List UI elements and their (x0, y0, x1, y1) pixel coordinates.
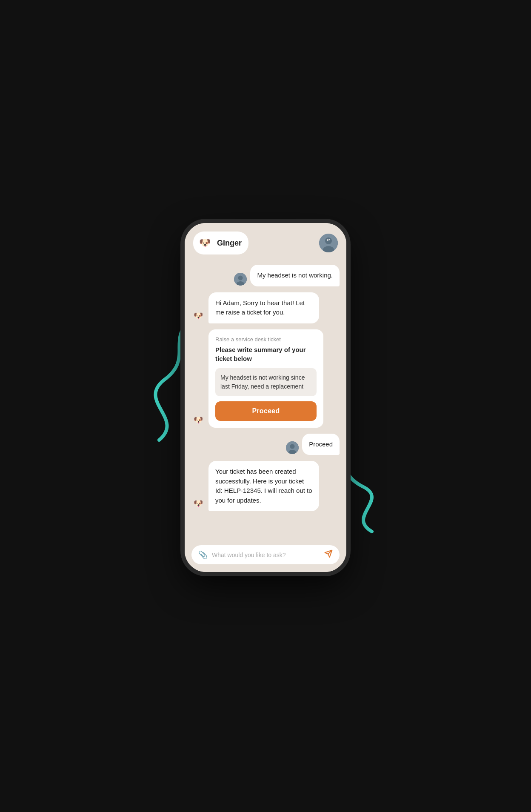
attachment-icon: 📎 (198, 550, 208, 560)
service-desk-card: Raise a service desk ticket Please write… (208, 329, 323, 428)
user-bubble-4: Proceed (302, 434, 340, 455)
svg-point-1 (325, 237, 332, 244)
user-bubble-1: My headset is not working. (250, 265, 340, 286)
message-row-4: Proceed (191, 434, 340, 455)
chat-header: 🐶 Ginger (185, 223, 346, 260)
input-inner: 📎 What would you like to ask? (191, 545, 340, 564)
user-avatar-header (319, 234, 338, 252)
bot-avatar-3: 🐶 (191, 413, 205, 427)
svg-point-3 (327, 239, 328, 241)
svg-point-9 (290, 444, 295, 449)
svg-point-4 (329, 239, 330, 240)
card-title: Please write summary of your ticket belo… (215, 345, 317, 363)
send-icon[interactable] (324, 549, 333, 560)
message-row-3: 🐶 Raise a service desk ticket Please wri… (191, 329, 340, 428)
chat-body: My headset is not working. 🐶 Hi Adam, So… (185, 260, 346, 540)
user-avatar-small-1 (234, 273, 247, 286)
bot-avatar-2: 🐶 (191, 309, 205, 323)
bot-bubble-5: Your ticket has been created successfull… (208, 461, 319, 511)
chat-input-bar: 📎 What would you like to ask? (185, 540, 346, 572)
bot-avatar-header: 🐶 (197, 235, 213, 251)
message-row-1: My headset is not working. (191, 265, 340, 286)
message-row-2: 🐶 Hi Adam, Sorry to hear that! Let me ra… (191, 292, 340, 323)
user-avatar-small-4 (286, 441, 299, 454)
bot-identity: 🐶 Ginger (193, 232, 248, 254)
bot-avatar-5: 🐶 (191, 497, 205, 510)
proceed-button[interactable]: Proceed (215, 401, 317, 421)
card-input-display: My headset is not working since last Fri… (215, 368, 317, 396)
svg-point-6 (238, 275, 243, 280)
bot-bubble-2: Hi Adam, Sorry to hear that! Let me rais… (208, 292, 319, 323)
phone-frame: 🐶 Ginger My headset is not working. (185, 223, 346, 572)
message-row-5: 🐶 Your ticket has been created successfu… (191, 461, 340, 511)
input-placeholder-text[interactable]: What would you like to ask? (212, 552, 320, 558)
bot-name: Ginger (217, 239, 242, 248)
card-label: Raise a service desk ticket (215, 336, 317, 343)
